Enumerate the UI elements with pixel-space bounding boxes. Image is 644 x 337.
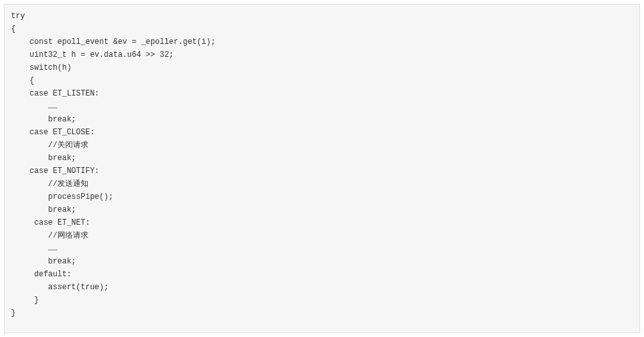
code-line: assert(true); xyxy=(11,281,633,294)
code-line: break; xyxy=(11,255,633,268)
code-line: break; xyxy=(11,152,633,165)
code-line: case ET_NET: xyxy=(11,216,633,229)
code-line: const epoll_event &ev = _epoller.get(i); xyxy=(11,36,633,48)
code-line: try xyxy=(11,10,633,23)
code-line: break; xyxy=(11,113,633,126)
code-line: } xyxy=(11,307,633,320)
code-line: switch(h) xyxy=(11,61,633,74)
code-line: processPipe(); xyxy=(11,190,633,203)
code-line: case ET_NOTIFY: xyxy=(11,165,633,178)
code-line: } xyxy=(11,294,633,307)
code-line: …… xyxy=(11,242,633,255)
code-line: default: xyxy=(11,268,633,281)
code-line: { xyxy=(11,74,633,87)
code-line: //关闭请求 xyxy=(11,139,633,152)
code-block: try{ const epoll_event &ev = _epoller.ge… xyxy=(4,4,640,333)
code-line: { xyxy=(11,23,633,36)
code-line: break; xyxy=(11,203,633,216)
code-line: case ET_LISTEN: xyxy=(11,87,633,100)
code-line: uint32_t h = ev.data.u64 >> 32; xyxy=(11,48,633,61)
code-line: …… xyxy=(11,100,633,113)
code-line: //网络请求 xyxy=(11,229,633,242)
code-line: //发送通知 xyxy=(11,178,633,190)
code-line: case ET_CLOSE: xyxy=(11,126,633,139)
